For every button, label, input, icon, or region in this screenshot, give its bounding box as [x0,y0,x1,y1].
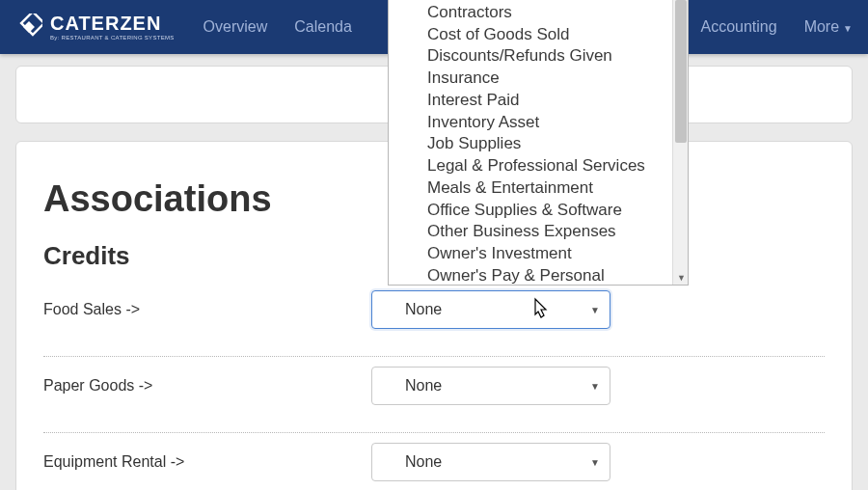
scrollbar-thumb[interactable] [675,0,687,143]
row-label: Equipment Rental -> [43,453,371,471]
nav-calendar[interactable]: Calenda [294,18,352,36]
svg-rect-0 [21,14,42,35]
nav-more[interactable]: More▼ [804,18,853,36]
chevron-down-icon: ▼ [590,381,600,392]
nav-overview[interactable]: Overview [203,18,268,36]
logo-sub: By: RESTAURANT & CATERING SYSTEMS [50,35,175,41]
select-wrap: None ▼ [371,367,610,405]
nav-more-label: More [804,18,839,35]
select-value: None [405,301,442,318]
chevron-down-icon: ▼ [590,305,600,315]
row-paper-goods: Paper Goods -> None ▼ [43,367,825,433]
logo-main: CATERZEN [50,14,175,33]
row-label: Food Sales -> [43,301,371,318]
nav-accounting[interactable]: Accounting [700,18,776,36]
dropdown-option[interactable]: Legal & Professional Services [389,155,688,177]
logo-text: CATERZEN By: RESTAURANT & CATERING SYSTE… [50,14,175,41]
dropdown-option[interactable]: Interest Paid [389,90,688,112]
select-wrap: None ▼ [371,290,610,329]
paper-goods-select[interactable]: None ▼ [371,367,610,405]
nav-items-right: Accounting More▼ [700,18,853,36]
dropdown-option[interactable]: Discounts/Refunds Given [389,45,688,68]
dropdown-option[interactable]: Inventory Asset [389,112,688,134]
logo-icon [15,14,42,41]
brand-logo[interactable]: CATERZEN By: RESTAURANT & CATERING SYSTE… [15,14,175,41]
scrollbar[interactable]: ▼ [672,0,688,285]
dropdown-option[interactable]: Other Business Expenses [389,221,688,243]
dropdown-option[interactable]: Job Supplies [389,133,688,155]
chevron-down-icon: ▼ [590,457,600,468]
dropdown-option[interactable]: Owner's Pay & Personal Expenses [389,265,688,286]
dropdown-list: ContractorsCost of Goods SoldDiscounts/R… [389,0,688,286]
select-value: None [405,377,442,395]
dropdown-option[interactable]: Owner's Investment [389,243,688,265]
account-dropdown: ContractorsCost of Goods SoldDiscounts/R… [388,0,689,286]
row-food-sales: Food Sales -> None ▼ [43,290,825,357]
svg-rect-1 [23,21,35,33]
nav-items-left: Overview Calenda [203,18,352,36]
dropdown-option[interactable]: Meals & Entertainment [389,177,688,200]
chevron-down-icon: ▼ [843,23,853,34]
equipment-rental-select[interactable]: None ▼ [371,443,610,481]
dropdown-option[interactable]: Office Supplies & Software [389,200,688,222]
dropdown-option[interactable]: Cost of Goods Sold [389,24,688,46]
food-sales-select[interactable]: None ▼ [371,290,610,329]
row-equipment-rental: Equipment Rental -> None ▼ [43,443,825,490]
dropdown-option[interactable]: Contractors [389,2,688,24]
row-label: Paper Goods -> [43,377,371,395]
scroll-down-icon[interactable]: ▼ [677,273,686,283]
dropdown-option[interactable]: Insurance [389,68,688,90]
select-wrap: None ▼ [371,443,610,481]
select-value: None [405,453,442,471]
